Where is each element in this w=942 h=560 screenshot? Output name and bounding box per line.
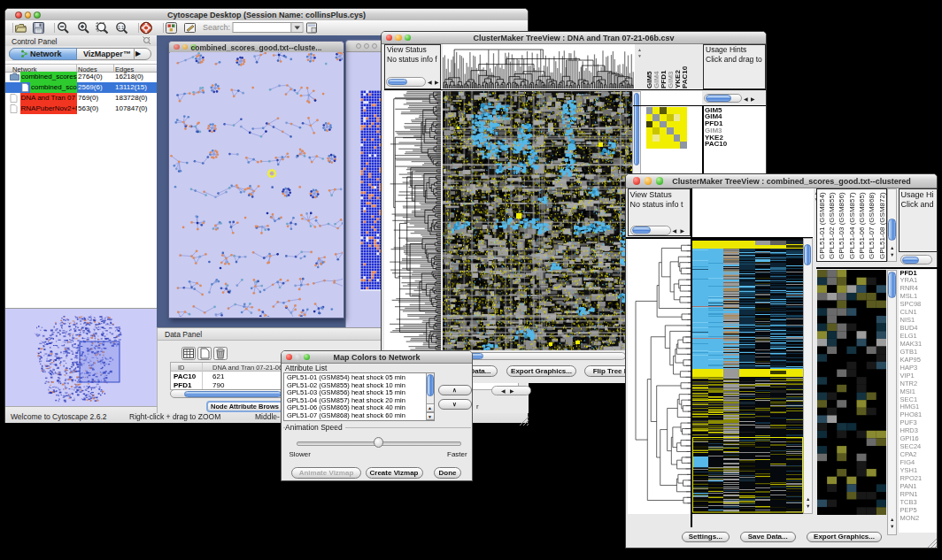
svg-text:1:1: 1:1 <box>118 25 124 30</box>
svg-text:Search:: Search: <box>203 23 230 32</box>
